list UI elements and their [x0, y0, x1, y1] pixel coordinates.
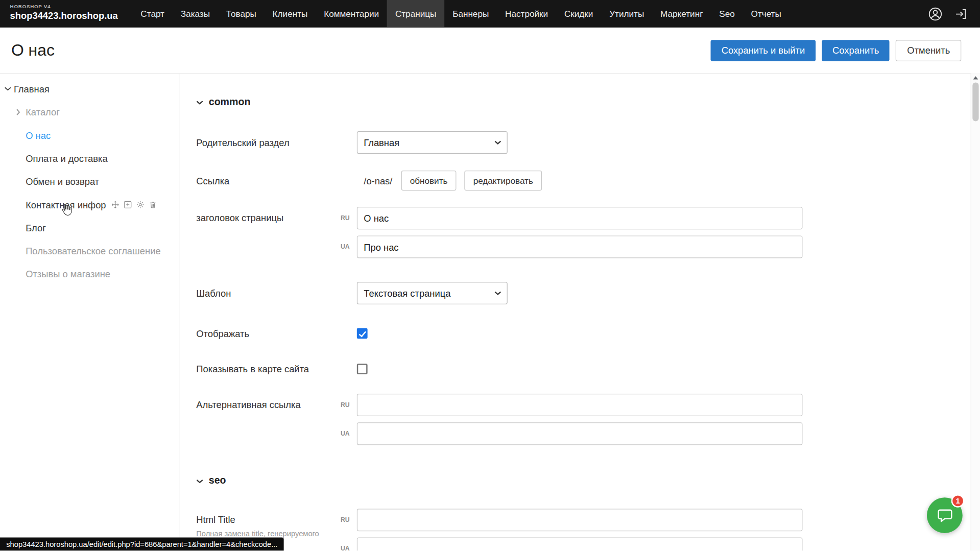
- mouse-cursor: [61, 203, 73, 219]
- save-exit-button[interactable]: Сохранить и выйти: [711, 40, 816, 61]
- section-common[interactable]: common: [196, 95, 980, 108]
- logo-version: HOROSHOP V4: [10, 4, 133, 9]
- tree-item-actions: [111, 201, 156, 209]
- edit-link-button[interactable]: редактировать: [465, 171, 542, 190]
- menu-item-orders[interactable]: Заказы: [173, 0, 218, 28]
- tree-label: Оплата и доставка: [26, 153, 108, 164]
- chat-widget-button[interactable]: 1: [927, 497, 963, 533]
- vertical-scrollbar[interactable]: [971, 73, 980, 550]
- alt-link-row: Альтернативная ссылка RU UA: [196, 394, 980, 445]
- sidebar-item-polzovatelskoe-soglashenie[interactable]: Пользовательское соглашение: [0, 239, 179, 262]
- field-label: Отображать: [196, 328, 357, 339]
- page-title-ru-input[interactable]: [357, 207, 803, 229]
- template-row: Шаблон Текстовая страница: [196, 282, 980, 304]
- chevron-right-icon[interactable]: [16, 109, 26, 115]
- save-button[interactable]: Сохранить: [822, 40, 890, 61]
- chat-bubble-icon: [937, 507, 953, 523]
- page-title-ua-input[interactable]: [357, 235, 803, 258]
- field-label-text: Html Title: [196, 514, 357, 525]
- main-menu: Старт Заказы Товары Клиенты Комментарии …: [132, 0, 789, 28]
- field-label: Альтернативная ссылка: [196, 394, 357, 445]
- section-title: common: [209, 96, 251, 107]
- menu-item-settings[interactable]: Настройки: [497, 0, 556, 28]
- html-title-ru-input[interactable]: [357, 509, 803, 531]
- sidebar-item-otzyvy-o-magazine[interactable]: Отзывы о магазине: [0, 262, 179, 285]
- html-title-ua-input[interactable]: [357, 538, 803, 551]
- field-label: заголовок страницы: [196, 207, 357, 258]
- sidebar-item-oplata-i-dostavka[interactable]: Оплата и доставка: [0, 147, 179, 170]
- template-select: Текстовая страница: [357, 282, 508, 304]
- menu-item-pages[interactable]: Страницы: [387, 0, 444, 28]
- lang-ua-badge: UA: [341, 243, 350, 250]
- sidebar-item-blog[interactable]: Блог: [0, 216, 179, 239]
- html-title-row: Html Title Полная замена title, генериру…: [196, 509, 980, 550]
- lang-ru-badge: RU: [341, 214, 350, 221]
- header-actions: Сохранить и выйти Сохранить Отменить: [711, 40, 961, 61]
- sidebar-item-o-nas[interactable]: О нас: [0, 124, 179, 147]
- sidebar-item-katalog[interactable]: Каталог: [0, 101, 179, 124]
- menu-item-marketing[interactable]: Маркетинг: [652, 0, 711, 28]
- field-label: Родительский раздел: [196, 137, 357, 148]
- delete-icon[interactable]: [149, 201, 157, 209]
- menu-item-comments[interactable]: Комментарии: [316, 0, 387, 28]
- sidebar-item-glavnaya[interactable]: Главная: [0, 78, 179, 101]
- link-path: /o-nas/: [364, 175, 392, 186]
- scroll-up-arrow-icon[interactable]: [973, 76, 978, 79]
- menu-item-reports[interactable]: Отчеты: [743, 0, 790, 28]
- display-checkbox[interactable]: [357, 328, 368, 339]
- page-title: О нас: [11, 41, 55, 60]
- menu-item-clients[interactable]: Клиенты: [265, 0, 316, 28]
- menu-item-utilities[interactable]: Утилиты: [601, 0, 652, 28]
- field-label: Шаблон: [196, 288, 357, 299]
- body: Главная Каталог О нас Оплата и доставка …: [0, 73, 980, 550]
- sidebar-item-kontaktnaya-infor[interactable]: Контактная инфор: [0, 193, 179, 216]
- section-title: seo: [209, 475, 226, 486]
- menu-item-products[interactable]: Товары: [218, 0, 265, 28]
- sidebar-item-obmen-i-vozvrat[interactable]: Обмен и возврат: [0, 170, 179, 193]
- display-row: Отображать: [196, 328, 980, 339]
- lang-ua-badge: UA: [341, 430, 350, 437]
- settings-icon[interactable]: [136, 201, 144, 209]
- scrollbar-thumb[interactable]: [972, 83, 978, 122]
- topbar: HOROSHOP V4 shop34423.horoshop.ua Старт …: [0, 0, 980, 28]
- sitemap-row: Показывать в карте сайта: [196, 364, 980, 374]
- menu-item-banners[interactable]: Баннеры: [444, 0, 497, 28]
- topbar-right: [927, 0, 980, 28]
- logo-domain: shop34423.horoshop.ua: [10, 10, 133, 21]
- status-bar: shop34423.horoshop.ua/edit/edit.php?id=6…: [0, 538, 284, 551]
- tree-label: Главная: [14, 84, 50, 94]
- pages-tree: Главная Каталог О нас Оплата и доставка …: [0, 74, 179, 550]
- parent-section-select-control[interactable]: Главная: [357, 131, 508, 154]
- page-header: О нас Сохранить и выйти Сохранить Отмени…: [0, 28, 980, 73]
- account-icon[interactable]: [927, 6, 943, 22]
- tree-label: Каталог: [26, 107, 60, 117]
- field-label: Ссылка: [196, 175, 357, 186]
- lang-ru-badge: RU: [341, 401, 350, 408]
- menu-item-seo[interactable]: Seo: [711, 0, 743, 28]
- page-title-row: заголовок страницы RU UA: [196, 207, 980, 258]
- cancel-button[interactable]: Отменить: [896, 40, 961, 61]
- alt-link-ru-input[interactable]: [357, 394, 803, 416]
- tree-label: Обмен и возврат: [26, 176, 99, 187]
- move-icon[interactable]: [111, 201, 119, 209]
- lang-ua-badge: UA: [341, 545, 350, 550]
- sitemap-checkbox[interactable]: [357, 364, 368, 374]
- status-url: shop34423.horoshop.ua/edit/edit.php?id=6…: [6, 540, 277, 548]
- chevron-down-icon: [196, 475, 203, 486]
- tree-label: Пользовательское соглашение: [26, 246, 160, 256]
- menu-item-discounts[interactable]: Скидки: [556, 0, 601, 28]
- alt-link-ua-input[interactable]: [357, 422, 803, 445]
- refresh-link-button[interactable]: обновить: [401, 171, 457, 190]
- section-seo[interactable]: seo: [196, 474, 980, 487]
- add-icon[interactable]: [124, 201, 132, 209]
- lang-ru-badge: RU: [341, 516, 350, 523]
- tree-label: Отзывы о магазине: [26, 269, 110, 279]
- parent-section-select: Главная: [357, 131, 508, 154]
- chat-unread-badge: 1: [951, 494, 965, 508]
- menu-item-start[interactable]: Старт: [132, 0, 172, 28]
- template-select-control[interactable]: Текстовая страница: [357, 282, 508, 304]
- parent-section-row: Родительский раздел Главная: [196, 131, 980, 154]
- logo[interactable]: HOROSHOP V4 shop34423.horoshop.ua: [0, 0, 132, 28]
- chevron-down-icon[interactable]: [5, 87, 14, 91]
- logout-icon[interactable]: [952, 6, 969, 22]
